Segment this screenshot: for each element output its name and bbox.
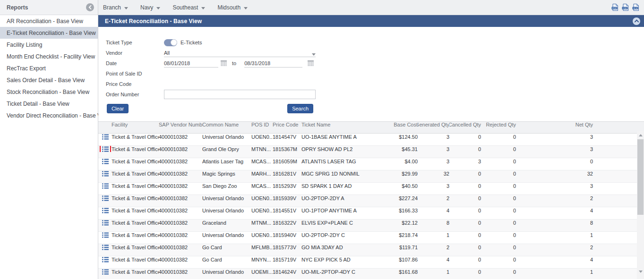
sidebar-item[interactable]: E-Ticket Reconciliation - Base View [0, 27, 98, 39]
row-cell: 4000010382 [159, 232, 202, 238]
row-cell: 32 [516, 170, 593, 177]
panel-collapse-button[interactable] [633, 17, 640, 25]
topbar-menu-southeast[interactable]: Southeast [172, 4, 205, 11]
row-cell: Go Card [202, 244, 251, 250]
row-cell: 0 [481, 146, 516, 152]
scrollbar-thumb[interactable] [637, 139, 644, 215]
table-row[interactable]: Ticket & Travel Office ...4000010382Grac… [98, 220, 637, 232]
row-detail-icon[interactable] [101, 207, 110, 213]
sidebar-item[interactable]: Vendor Direct Reconciliation - Base View [0, 110, 98, 121]
sidebar-item[interactable]: Sales Order Detail - Base View [0, 74, 98, 86]
sidebar-item[interactable]: AR Reconciliation - Base View [0, 15, 98, 27]
scrollbar-down-button[interactable] [637, 268, 644, 275]
list-icon [102, 220, 109, 226]
row-cell: 0 [481, 207, 516, 213]
table-row[interactable]: Ticket & Travel Office ...4000010382Gran… [98, 146, 637, 158]
export-pdf-icon[interactable]: PDF [611, 4, 618, 11]
sidebar-collapse-button[interactable] [86, 3, 94, 11]
order-number-input[interactable] [164, 90, 316, 99]
table-row[interactable]: Ticket & Travel Office ...4000010382San … [98, 183, 637, 195]
triangle-down-icon [639, 271, 643, 273]
row-cell: Ticket & Travel Office ... [112, 232, 159, 238]
row-cell: $22.12 [384, 220, 418, 226]
column-header[interactable]: Price Code [273, 122, 301, 127]
date-to-calendar-button[interactable] [308, 60, 314, 66]
scrollbar-up-button[interactable] [637, 132, 644, 139]
row-cell: 2 [516, 244, 593, 250]
column-header[interactable]: Net Qty [516, 122, 593, 127]
table-row[interactable]: Ticket & Travel Office ...4000010382Go C… [98, 256, 637, 269]
svg-text:PDF: PDF [612, 7, 617, 9]
row-cell: $373.50 [98, 140, 125, 145]
row-cell: 4000010382 [159, 269, 202, 275]
ticket-type-toggle[interactable] [164, 39, 177, 46]
row-cell: $40.50 [384, 183, 418, 189]
column-header[interactable]: POS ID [251, 122, 273, 127]
table-row[interactable]: Ticket & Travel Office ...4000010382Magi… [98, 170, 637, 183]
row-detail-icon[interactable] [101, 256, 110, 262]
sidebar-item[interactable]: Month End Checklist - Facility View [0, 51, 98, 62]
row-cell: Ticket & Travel Office ... [112, 244, 159, 250]
row-cell: ELVIS EXP+PLANE C [301, 220, 384, 226]
column-header[interactable]: Common Name [202, 122, 251, 127]
row-detail-icon[interactable] [101, 170, 110, 177]
chevron-left-icon [88, 5, 92, 9]
column-header[interactable]: Rejected Qty [481, 122, 516, 127]
column-header[interactable]: Generated Qty [418, 122, 449, 127]
sidebar-item[interactable]: Facility Listing [0, 39, 98, 51]
list-icon [102, 195, 109, 201]
topbar-menu-midsouth[interactable]: Midsouth [217, 4, 248, 11]
table-row[interactable]: Ticket & Travel Office ...4000010382Go C… [98, 244, 637, 256]
column-header[interactable]: Ticket Name [301, 122, 384, 127]
row-cell: 0 [481, 269, 516, 275]
row-detail-icon[interactable] [101, 134, 110, 140]
date-from-input[interactable] [164, 59, 218, 68]
column-header[interactable]: Facility [112, 122, 159, 127]
row-cell: 3 [516, 134, 593, 140]
row-detail-icon[interactable] [101, 232, 110, 238]
table-row[interactable]: Ticket & Travel Office ...4000010382Univ… [98, 195, 637, 207]
row-cell: Grand Ole Opry [202, 146, 251, 152]
topbar-menu-branch[interactable]: Branch [103, 4, 128, 11]
row-detail-icon[interactable] [101, 158, 110, 164]
row-cell: Universal Orlando [202, 195, 251, 201]
column-header[interactable]: Cancelled Qty [449, 122, 481, 127]
row-detail-icon[interactable] [101, 244, 110, 250]
table-row[interactable]: Ticket & Travel Office ...4000010382Atla… [98, 158, 637, 170]
row-detail-icon[interactable] [101, 195, 110, 201]
row-cell: UOEN0... [251, 195, 273, 201]
column-header[interactable]: Total Base Cost [98, 127, 125, 133]
table-row[interactable]: Ticket & Travel Office ...4000010382Univ… [98, 269, 637, 279]
table-row[interactable]: Ticket & Travel Office ...4000010382Univ… [98, 232, 637, 244]
topbar-menu-navy[interactable]: Navy [140, 4, 160, 11]
export-xls-icon[interactable]: XLS [632, 4, 639, 11]
row-cell: MTNM... [251, 220, 273, 226]
row-cell: Universal Orlando [202, 207, 251, 213]
column-header[interactable]: SAP Vendor Number [159, 122, 202, 127]
row-cell: MNYN... [251, 256, 273, 262]
column-header[interactable]: Base Cost [384, 122, 418, 127]
row-detail-icon[interactable] [101, 269, 110, 275]
row-cell: 4 [418, 256, 449, 262]
export-csv-icon[interactable]: CSV [622, 4, 629, 11]
row-detail-icon[interactable] [101, 183, 110, 189]
row-cell: $0.00 [98, 164, 125, 170]
row-detail-icon-highlighted[interactable] [101, 146, 110, 152]
table-scrollbar[interactable] [637, 131, 644, 279]
row-cell: 4000010382 [159, 256, 202, 262]
sidebar-item[interactable]: Stock Reconciliation - Base View [0, 86, 98, 98]
date-from-calendar-button[interactable] [221, 60, 227, 66]
table-row[interactable]: Ticket & Travel Office ...4000010382Univ… [98, 134, 637, 146]
sidebar-item[interactable]: RecTrac Export [0, 62, 98, 74]
row-cell: 1 [516, 269, 593, 275]
sidebar-item[interactable]: Ticket Detail - Base View [0, 98, 98, 110]
row-cell: Ticket & Travel Office ... [112, 256, 159, 262]
clear-button[interactable]: Clear [107, 104, 129, 113]
svg-text:CSV: CSV [623, 7, 627, 9]
row-detail-icon[interactable] [101, 220, 110, 226]
date-to-input[interactable] [244, 59, 302, 68]
table-row[interactable]: Ticket & Travel Office ...4000010382Univ… [98, 207, 637, 220]
vendor-select[interactable]: All [164, 49, 316, 57]
search-button[interactable]: Search [287, 104, 313, 113]
row-cell: 0 [516, 158, 593, 164]
